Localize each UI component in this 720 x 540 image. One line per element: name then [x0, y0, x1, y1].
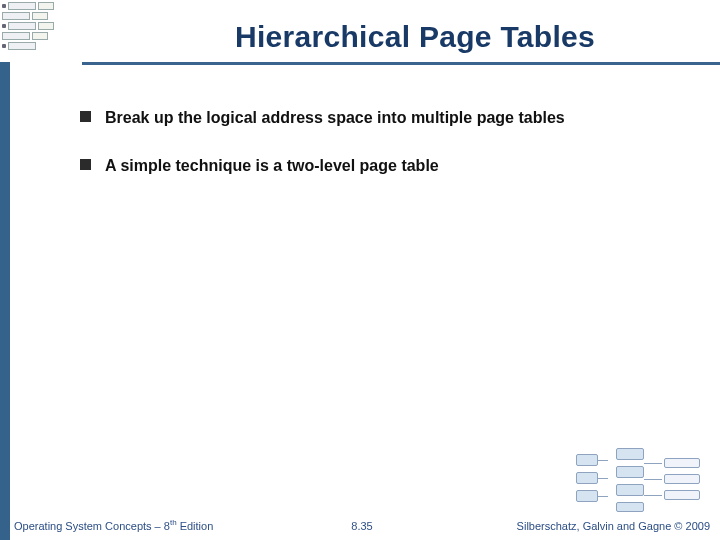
slide: Hierarchical Page Tables Break up the lo… [0, 0, 720, 540]
footer: Operating System Concepts – 8th Edition … [14, 518, 710, 532]
footer-copyright: Silberschatz, Galvin and Gagne © 2009 [517, 520, 710, 532]
title-underline [82, 62, 720, 65]
footer-left: Operating System Concepts – 8th Edition [14, 518, 213, 532]
footer-edition-super: th [170, 518, 177, 527]
footer-book-title-tail: Edition [177, 520, 214, 532]
slide-title: Hierarchical Page Tables [140, 20, 690, 54]
top-left-thumbnail [2, 2, 82, 62]
left-sidebar-accent [0, 62, 10, 540]
bullet-item: A simple technique is a two-level page t… [80, 156, 680, 176]
bullet-text: A simple technique is a two-level page t… [105, 156, 439, 176]
square-bullet-icon [80, 159, 91, 170]
content-area: Break up the logical address space into … [80, 108, 680, 204]
bottom-right-diagram [572, 444, 712, 514]
square-bullet-icon [80, 111, 91, 122]
bullet-item: Break up the logical address space into … [80, 108, 680, 128]
footer-book-title-prefix: Operating System Concepts – 8 [14, 520, 170, 532]
bullet-text: Break up the logical address space into … [105, 108, 565, 128]
footer-page-number: 8.35 [351, 520, 372, 532]
